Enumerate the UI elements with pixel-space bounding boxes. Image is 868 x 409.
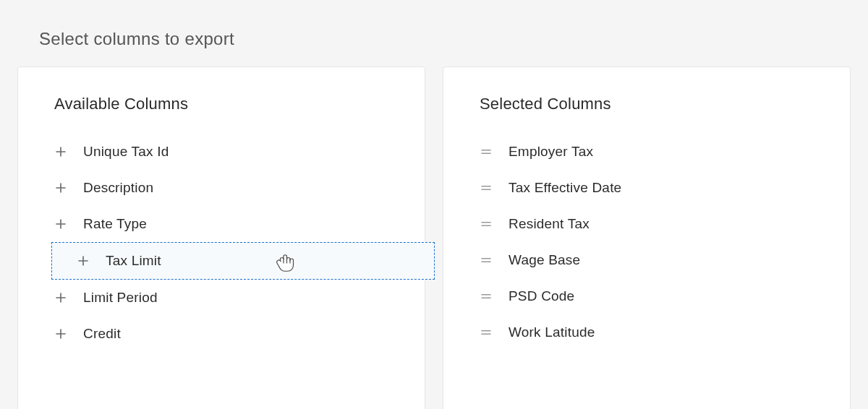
plus-icon[interactable]	[54, 291, 67, 304]
plus-icon[interactable]	[77, 254, 90, 267]
panels-container: Available Columns Unique Tax IdDescripti…	[0, 66, 868, 409]
drag-handle-icon[interactable]	[480, 254, 493, 267]
selected-columns-heading: Selected Columns	[480, 95, 838, 113]
page-title: Select columns to export	[0, 0, 868, 66]
selected-column-item[interactable]: Wage Base	[455, 242, 838, 278]
available-column-item[interactable]: Unique Tax Id	[30, 134, 413, 170]
available-column-item[interactable]: Credit	[30, 316, 413, 352]
column-label: Rate Type	[83, 216, 147, 232]
grab-cursor-icon	[273, 248, 299, 274]
available-column-item[interactable]: Rate Type	[30, 206, 413, 242]
column-label: Employer Tax	[509, 144, 593, 160]
plus-icon[interactable]	[54, 218, 67, 231]
available-column-item[interactable]: Tax Limit	[51, 242, 435, 280]
selected-column-item[interactable]: Tax Effective Date	[455, 170, 838, 206]
column-label: Description	[83, 180, 153, 196]
column-label: Work Latitude	[509, 324, 595, 340]
drag-handle-icon[interactable]	[480, 290, 493, 303]
drag-handle-icon[interactable]	[480, 181, 493, 194]
available-columns-list: Unique Tax IdDescriptionRate TypeTax Lim…	[30, 134, 413, 352]
selected-column-item[interactable]: Employer Tax	[455, 134, 838, 170]
selected-column-item[interactable]: Resident Tax	[455, 206, 838, 242]
selected-columns-panel: Selected Columns Employer TaxTax Effecti…	[443, 66, 851, 409]
plus-icon[interactable]	[54, 181, 67, 194]
selected-column-item[interactable]: PSD Code	[455, 278, 838, 314]
column-label: Limit Period	[83, 290, 158, 306]
column-label: PSD Code	[509, 288, 574, 304]
selected-columns-list: Employer TaxTax Effective DateResident T…	[455, 134, 838, 350]
plus-icon[interactable]	[54, 145, 67, 158]
column-label: Unique Tax Id	[83, 144, 169, 160]
selected-column-item[interactable]: Work Latitude	[455, 314, 838, 350]
drag-handle-icon[interactable]	[480, 218, 493, 231]
plus-icon[interactable]	[54, 327, 67, 340]
column-label: Wage Base	[509, 252, 580, 268]
available-column-item[interactable]: Limit Period	[30, 280, 413, 316]
column-label: Resident Tax	[509, 216, 590, 232]
available-column-item[interactable]: Description	[30, 170, 413, 206]
column-label: Credit	[83, 326, 121, 342]
drag-handle-icon[interactable]	[480, 145, 493, 158]
column-label: Tax Limit	[106, 253, 161, 269]
drag-handle-icon[interactable]	[480, 326, 493, 339]
column-label: Tax Effective Date	[509, 180, 621, 196]
available-columns-panel: Available Columns Unique Tax IdDescripti…	[17, 66, 425, 409]
available-columns-heading: Available Columns	[54, 95, 413, 113]
